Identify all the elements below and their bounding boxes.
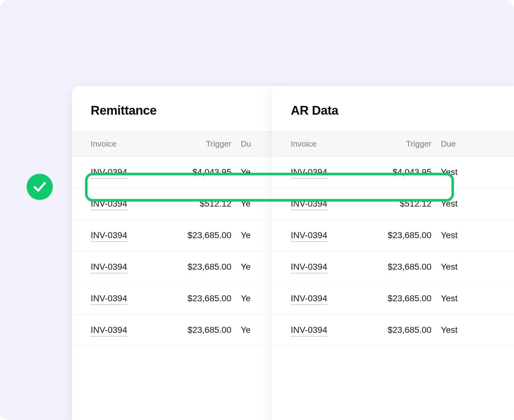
table-row[interactable]: INV-0394 $23,685.00 Yest bbox=[272, 314, 514, 346]
trigger-cell: $23,685.00 bbox=[366, 293, 431, 303]
ardata-card: AR Data Invoice Trigger Due INV-0394 $4,… bbox=[272, 86, 514, 420]
ardata-table-header: Invoice Trigger Due bbox=[272, 131, 514, 157]
invoice-cell[interactable]: INV-0394 bbox=[91, 167, 166, 177]
table-row[interactable]: INV-0394 $512.12 Ye bbox=[72, 188, 291, 220]
due-cell: Yest bbox=[431, 293, 503, 303]
canvas: Remittance Invoice Trigger Du INV-0394 $… bbox=[0, 0, 514, 420]
trigger-cell: $23,685.00 bbox=[166, 262, 231, 272]
invoice-cell[interactable]: INV-0394 bbox=[91, 230, 166, 240]
table-row[interactable]: INV-0394 $23,685.00 Yest bbox=[272, 283, 514, 314]
remittance-title: Remittance bbox=[72, 86, 291, 131]
trigger-cell: $23,685.00 bbox=[166, 230, 231, 240]
trigger-cell: $512.12 bbox=[166, 199, 231, 209]
table-row[interactable]: INV-0394 $23,685.00 Ye bbox=[72, 251, 291, 283]
due-cell: Ye bbox=[231, 325, 272, 335]
due-cell: Yest bbox=[431, 199, 503, 209]
due-cell: Ye bbox=[231, 167, 272, 177]
invoice-cell[interactable]: INV-0394 bbox=[91, 199, 166, 209]
invoice-cell[interactable]: INV-0394 bbox=[291, 230, 366, 240]
due-cell: Ye bbox=[231, 262, 272, 272]
invoice-cell[interactable]: INV-0394 bbox=[291, 325, 366, 335]
remittance-th-trigger: Trigger bbox=[166, 139, 231, 149]
invoice-cell[interactable]: INV-0394 bbox=[91, 262, 166, 272]
invoice-cell[interactable]: INV-0394 bbox=[291, 167, 366, 177]
due-cell: Ye bbox=[231, 230, 272, 240]
ardata-th-trigger: Trigger bbox=[366, 139, 431, 149]
trigger-cell: $23,685.00 bbox=[366, 262, 431, 272]
due-cell: Ye bbox=[231, 293, 272, 303]
invoice-cell[interactable]: INV-0394 bbox=[291, 293, 366, 303]
invoice-cell[interactable]: INV-0394 bbox=[291, 262, 366, 272]
trigger-cell: $4,043.95 bbox=[166, 167, 231, 177]
trigger-cell: $4,043.95 bbox=[366, 167, 431, 177]
table-row[interactable]: INV-0394 $23,685.00 Yest bbox=[272, 251, 514, 283]
table-row[interactable]: INV-0394 $4,043.95 Yest bbox=[272, 157, 514, 188]
due-cell: Yest bbox=[431, 167, 503, 177]
due-cell: Yest bbox=[431, 230, 503, 240]
due-cell: Yest bbox=[431, 325, 503, 335]
invoice-cell[interactable]: INV-0394 bbox=[291, 199, 366, 209]
trigger-cell: $23,685.00 bbox=[366, 230, 431, 240]
trigger-cell: $512.12 bbox=[366, 199, 431, 209]
check-icon bbox=[32, 179, 47, 194]
invoice-cell[interactable]: INV-0394 bbox=[91, 325, 166, 335]
due-cell: Yest bbox=[431, 262, 503, 272]
table-row[interactable]: INV-0394 $23,685.00 Ye bbox=[72, 283, 291, 314]
ardata-title: AR Data bbox=[272, 86, 514, 131]
trigger-cell: $23,685.00 bbox=[166, 325, 231, 335]
remittance-th-due: Du bbox=[231, 139, 272, 149]
trigger-cell: $23,685.00 bbox=[166, 293, 231, 303]
trigger-cell: $23,685.00 bbox=[366, 325, 431, 335]
due-cell: Ye bbox=[231, 199, 272, 209]
ardata-th-due: Due bbox=[431, 139, 503, 149]
table-row[interactable]: INV-0394 $23,685.00 Yest bbox=[272, 220, 514, 251]
table-row[interactable]: INV-0394 $4,043.95 Ye bbox=[72, 157, 291, 188]
ardata-th-invoice: Invoice bbox=[291, 139, 366, 149]
remittance-card: Remittance Invoice Trigger Du INV-0394 $… bbox=[72, 86, 291, 420]
table-row[interactable]: INV-0394 $23,685.00 Ye bbox=[72, 220, 291, 251]
remittance-th-invoice: Invoice bbox=[91, 139, 166, 149]
invoice-cell[interactable]: INV-0394 bbox=[91, 293, 166, 303]
match-check-badge bbox=[27, 174, 53, 200]
table-row[interactable]: INV-0394 $512.12 Yest bbox=[272, 188, 514, 220]
remittance-table-header: Invoice Trigger Du bbox=[72, 131, 291, 157]
table-row[interactable]: INV-0394 $23,685.00 Ye bbox=[72, 314, 291, 346]
